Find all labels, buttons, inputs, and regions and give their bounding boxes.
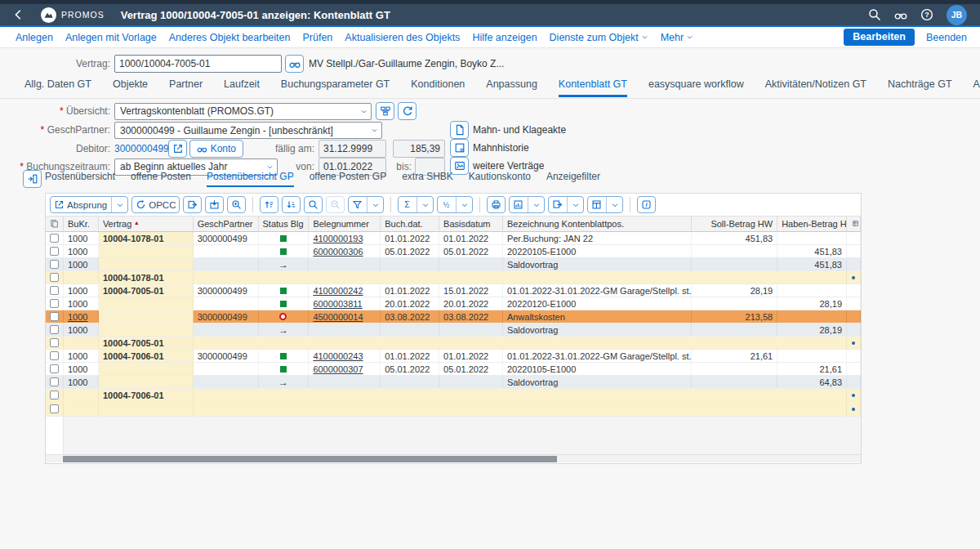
row-checkbox[interactable] [50, 377, 59, 386]
row-checkbox[interactable] [50, 391, 59, 399]
beleg-link[interactable]: 6000000307 [313, 364, 363, 374]
print-button[interactable] [487, 196, 506, 213]
column-header-status[interactable]: Status Blg [259, 216, 310, 232]
side-action-label[interactable]: Mahn- und Klageakte [473, 124, 566, 136]
subtab-offene-posten[interactable]: offene Posten [131, 171, 191, 187]
row-checkbox[interactable] [50, 351, 59, 360]
beenden-button[interactable]: Beenden [926, 32, 967, 43]
column-header-bez[interactable]: Bezeichnung Kontenblattpos. [503, 216, 692, 232]
row-checkbox[interactable] [50, 234, 59, 243]
debitor-link[interactable]: 3000000499 [114, 143, 169, 154]
row-checkbox[interactable] [50, 299, 59, 308]
share-button[interactable] [183, 196, 202, 213]
debitor-jump-button[interactable] [168, 140, 187, 158]
sum-button[interactable]: Σ [398, 196, 434, 213]
vertrag-search-button[interactable] [285, 55, 304, 73]
beleg-link[interactable]: 6000003811 [313, 299, 362, 309]
column-header-gp[interactable]: GeschPartner [194, 216, 259, 232]
mahnhistorie-button[interactable] [450, 139, 469, 157]
rotate-button[interactable]: OPCC [131, 196, 180, 213]
subtotal-button[interactable]: ½ [437, 196, 473, 213]
subtab-anzeigefilter[interactable]: Anzeigefilter [546, 171, 600, 187]
faellig-input[interactable] [318, 140, 386, 158]
tab-konditionen[interactable]: Konditionen [411, 78, 465, 97]
back-icon[interactable] [13, 8, 29, 21]
row-checkbox[interactable] [50, 273, 59, 282]
beleg-link[interactable]: 4100000243 [313, 351, 363, 361]
views-button[interactable] [509, 196, 545, 213]
tab-partner[interactable]: Partner [169, 78, 203, 97]
subtab-extra-shbk[interactable]: extra SHBK [402, 171, 453, 187]
filter-button[interactable] [348, 196, 384, 213]
tab-laufzeit[interactable]: Laufzeit [224, 78, 260, 97]
side-action-label[interactable]: Mahnhistorie [473, 142, 529, 154]
tab-kontenblatt-gt[interactable]: Kontenblatt GT [559, 78, 627, 97]
zoom-in-button[interactable] [227, 196, 246, 213]
row-checkbox[interactable] [50, 404, 59, 413]
tab-objekte[interactable]: Objekte [113, 78, 148, 97]
row-checkbox[interactable] [50, 312, 59, 321]
row-checkbox[interactable] [50, 364, 59, 373]
subtab-kautionskonto[interactable]: Kautionskonto [469, 171, 531, 187]
tab-anpassung[interactable]: Anpassung [486, 78, 537, 97]
hierarchy-button[interactable] [376, 102, 394, 120]
column-header-buchdat[interactable]: Buch.dat. [381, 216, 439, 232]
row-checkbox[interactable] [50, 338, 59, 347]
subtab-posten-bersicht[interactable]: Postenübersicht [45, 171, 115, 187]
row-checkbox[interactable] [50, 286, 59, 295]
column-header-vertrag[interactable]: Vertrag▴ [99, 216, 194, 232]
tab-buchungsparameter-gt[interactable]: Buchungsparameter GT [281, 78, 390, 97]
avatar[interactable]: JB [947, 5, 967, 25]
jump-button[interactable]: Absprung [50, 196, 128, 213]
vertrag-input[interactable] [114, 55, 282, 73]
menu-item-mehr[interactable]: Mehr [661, 32, 693, 43]
beleg-link[interactable]: 6000000306 [313, 247, 363, 257]
export-button[interactable] [548, 196, 584, 213]
tab-easysquare-workflow[interactable]: easysquare workflow [648, 78, 744, 97]
side-action-label[interactable]: weitere Verträge [473, 160, 544, 172]
row-checkbox[interactable] [50, 247, 59, 256]
menu-item-pr-fen[interactable]: Prüfen [302, 32, 332, 43]
menu-item-anlegen[interactable]: Anlegen [16, 32, 53, 43]
import-button[interactable] [205, 196, 224, 213]
column-header-soll[interactable]: Soll-Betrag HW [692, 216, 777, 232]
subtab-posten-bersicht-gp[interactable]: Postenübersicht GP [207, 171, 294, 187]
column-header-end[interactable] [847, 216, 861, 232]
column-header-bukr[interactable]: BuKr. [64, 216, 99, 232]
sort-asc-button[interactable] [260, 196, 278, 213]
geschpartner-select[interactable]: 3000000499 - Guillaume Zengin - [unbesch… [114, 122, 382, 139]
menu-item-dienste-zum-objekt[interactable]: Dienste zum Objekt [550, 32, 648, 43]
column-header-basis[interactable]: Basisdatum [439, 216, 503, 232]
info-button[interactable]: i [637, 196, 656, 213]
tab-aktivit-ten-notizen-gt[interactable]: Aktivitäten/Notizen GT [765, 78, 866, 97]
beleg-link[interactable]: 4500000014 [313, 312, 363, 322]
column-header-beleg[interactable]: Belegnummer [309, 216, 381, 232]
layout-button[interactable] [587, 196, 623, 213]
collapse-panel-button[interactable] [23, 170, 42, 188]
column-header-sel[interactable] [46, 216, 64, 232]
sort-desc-button[interactable] [282, 196, 301, 213]
bearbeiten-button[interactable]: Bearbeiten [844, 29, 915, 46]
uebersicht-select[interactable]: Vertragskontenblatt (PROMOS.GT) [114, 103, 372, 120]
column-header-haben[interactable]: Haben-Betrag HW [777, 216, 847, 232]
tab-allg-daten-gt[interactable]: Allg. Daten GT [24, 78, 91, 97]
menu-item-anderes-objekt-bearbeiten[interactable]: Anderes Objekt bearbeiten [169, 32, 291, 43]
tab-nachtr-ge-gt[interactable]: Nachträge GT [888, 78, 952, 97]
find-next-button[interactable] [326, 196, 345, 213]
menu-item-aktualisieren-des-objekts[interactable]: Aktualisieren des Objekts [345, 32, 460, 43]
help-icon[interactable]: ? [920, 8, 933, 21]
row-checkbox[interactable] [50, 260, 59, 269]
row-checkbox[interactable] [50, 325, 59, 334]
scrollbar-thumb[interactable] [63, 456, 557, 462]
menu-item-anlegen-mit-vorlage[interactable]: Anlegen mit Vorlage [65, 32, 157, 43]
beleg-link[interactable]: 4100000242 [313, 286, 363, 296]
tab-abweichende-bemessungen[interactable]: Abweichende Bemessungen [973, 78, 980, 97]
menu-item-hilfe-anzeigen[interactable]: Hilfe anzeigen [472, 32, 537, 43]
horizontal-scrollbar[interactable] [46, 454, 861, 462]
refresh-button[interactable] [398, 102, 416, 120]
mahn-und-klageakte-button[interactable] [450, 121, 469, 139]
subtab-offene-posten-gp[interactable]: offene Posten GP [310, 171, 387, 187]
binoculars-icon[interactable] [894, 8, 907, 21]
find-button[interactable] [304, 196, 323, 213]
beleg-link[interactable]: 4100000193 [313, 234, 363, 243]
